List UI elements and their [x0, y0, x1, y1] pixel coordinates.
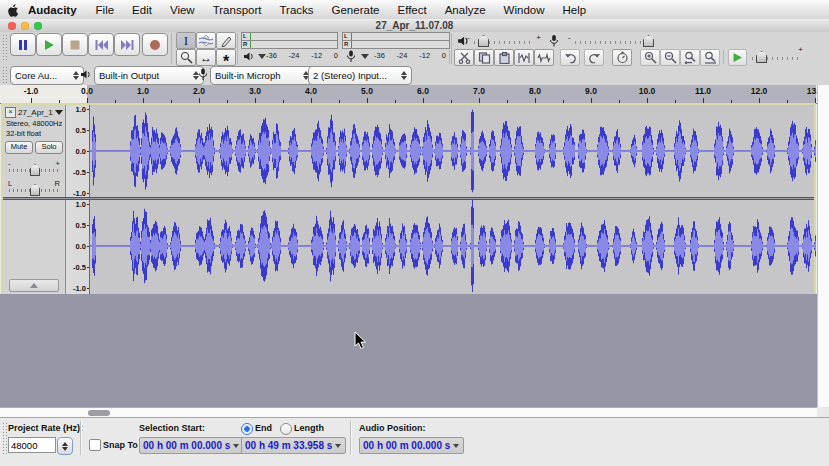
multi-tool-button[interactable]: *	[216, 49, 236, 66]
zoom-tool-button[interactable]	[176, 49, 196, 66]
minus-label: -	[467, 33, 470, 42]
playback-meter-dropdown-icon[interactable]	[258, 54, 266, 59]
meter-scale-value: -36	[374, 51, 385, 60]
gain-slider-thumb[interactable]	[30, 164, 40, 176]
undo-button[interactable]	[560, 49, 580, 66]
vruler-label: 0.5	[76, 221, 86, 230]
menu-item-view[interactable]: View	[161, 4, 204, 16]
transport-toolbar-grip[interactable]	[2, 34, 7, 62]
time-shift-tool-button[interactable]: ↔	[196, 49, 216, 66]
menu-item-generate[interactable]: Generate	[323, 4, 389, 16]
track-collapse-button[interactable]	[9, 279, 59, 292]
play-at-speed-button[interactable]	[728, 49, 747, 66]
pan-right-label: R	[55, 179, 60, 188]
track-close-button[interactable]: ×	[5, 107, 16, 118]
end-radio[interactable]	[241, 423, 253, 435]
left-right-arrow-icon: ↔	[200, 52, 212, 64]
vertical-scrollbar[interactable]	[817, 85, 829, 407]
recording-meter-right[interactable]: R	[342, 40, 450, 49]
input-device-dropdown[interactable]: Built-in Microph	[210, 66, 314, 85]
play-button[interactable]	[36, 33, 62, 56]
length-radio-label[interactable]: Length	[294, 423, 324, 433]
end-radio-label[interactable]: End	[255, 423, 272, 433]
skip-to-start-button[interactable]	[88, 33, 114, 56]
audio-host-dropdown[interactable]: Core Au...	[10, 66, 84, 85]
track-menu-icon[interactable]	[55, 110, 63, 115]
project-rate-input[interactable]	[8, 437, 56, 453]
silence-audio-button[interactable]	[534, 49, 554, 66]
project-rate-stepper[interactable]	[57, 437, 73, 455]
pencil-icon	[220, 35, 232, 47]
sync-lock-button[interactable]	[612, 49, 632, 66]
input-volume-slider[interactable]: -	[575, 35, 655, 45]
timeline-ruler[interactable]: -1.00.01.02.03.04.05.06.07.08.09.010.011…	[0, 85, 829, 104]
track-format: Stereo, 48000Hz	[3, 118, 65, 128]
track-name[interactable]: 27_Apr_11.	[18, 108, 53, 117]
window-title-bar[interactable]: 27_Apr_11.07.08	[0, 19, 829, 33]
snap-to-checkbox[interactable]	[89, 439, 101, 451]
input-channels-dropdown[interactable]: 2 (Stereo) Input...	[308, 66, 412, 85]
record-button[interactable]	[142, 33, 168, 56]
menu-item-edit[interactable]: Edit	[123, 4, 161, 16]
project-rate-label: Project Rate (Hz):	[8, 423, 83, 433]
mute-button[interactable]: Mute	[5, 141, 33, 154]
menu-item-transport[interactable]: Transport	[204, 4, 271, 16]
horizontal-scrollbar-thumb[interactable]	[88, 410, 110, 416]
speaker-icon[interactable]	[243, 51, 254, 62]
menu-item-analyze[interactable]: Analyze	[436, 4, 495, 16]
apple-menu-icon[interactable]	[0, 2, 26, 17]
gain-slider[interactable]: - +	[9, 162, 59, 174]
cut-button[interactable]	[454, 49, 474, 66]
selection-start-label: Selection Start:	[139, 423, 205, 433]
meter-scale-value: -24	[289, 51, 300, 60]
audio-position-time[interactable]: 00 h 00 m 00.000 s	[359, 437, 464, 454]
meter-scale-value: -12	[311, 51, 322, 60]
device-toolbar-grip[interactable]	[2, 66, 7, 83]
audio-track: × 27_Apr_11. Stereo, 48000Hz 32-bit floa…	[1, 103, 816, 296]
menu-item-help[interactable]: Help	[554, 4, 596, 16]
pan-slider-thumb[interactable]	[30, 184, 40, 196]
envelope-tool-button[interactable]	[196, 32, 216, 49]
length-radio[interactable]	[280, 423, 292, 435]
skip-to-end-button[interactable]	[114, 33, 140, 56]
meter-scale-value: 0	[334, 51, 338, 60]
gain-min-label: -	[8, 159, 11, 168]
selection-start-time[interactable]: 00 h 00 m 00.000 s	[139, 437, 244, 454]
selection-toolbar-grip[interactable]	[2, 422, 7, 454]
redo-button[interactable]	[584, 49, 604, 66]
playback-speed-slider-thumb[interactable]	[756, 51, 767, 63]
waveform-channel-right[interactable]	[90, 200, 816, 292]
selection-tool-button[interactable]: I	[176, 32, 196, 49]
microphone-icon[interactable]	[346, 50, 356, 63]
menu-item-file[interactable]: File	[87, 4, 124, 16]
fit-project-button[interactable]	[700, 49, 720, 66]
menu-item-audacity[interactable]: Audacity	[26, 4, 87, 16]
paste-button[interactable]	[494, 49, 514, 66]
draw-tool-button[interactable]	[216, 32, 236, 49]
menu-item-tracks[interactable]: Tracks	[270, 4, 322, 16]
trim-audio-button[interactable]	[514, 49, 534, 66]
waveform-channel-left[interactable]	[90, 105, 816, 197]
fit-selection-button[interactable]	[680, 49, 700, 66]
playback-speed-slider[interactable]: +	[752, 51, 800, 61]
audio-position-label: Audio Position:	[359, 423, 426, 433]
output-device-dropdown[interactable]: Built-in Output	[94, 66, 204, 85]
copy-button[interactable]	[474, 49, 494, 66]
menu-item-window[interactable]: Window	[495, 4, 554, 16]
menu-item-effect[interactable]: Effect	[388, 4, 435, 16]
vruler-tick	[87, 193, 89, 194]
pan-slider[interactable]: L R	[9, 182, 59, 194]
playback-meter-right[interactable]: R	[241, 40, 338, 49]
stop-button[interactable]	[62, 33, 88, 56]
input-volume-slider-thumb[interactable]	[643, 35, 654, 47]
solo-button[interactable]: Solo	[35, 141, 63, 154]
pause-button[interactable]	[10, 33, 36, 56]
selection-end-time[interactable]: 00 h 49 m 33.958 s	[241, 437, 346, 454]
zoom-out-button[interactable]	[660, 49, 680, 66]
zoom-in-button[interactable]	[640, 49, 660, 66]
recording-meter-dropdown-icon[interactable]	[361, 54, 369, 59]
output-volume-slider[interactable]: - +	[474, 35, 532, 45]
empty-workspace[interactable]	[0, 294, 817, 407]
output-volume-slider-thumb[interactable]	[478, 35, 489, 47]
timeline-label: 7.0	[464, 86, 494, 96]
